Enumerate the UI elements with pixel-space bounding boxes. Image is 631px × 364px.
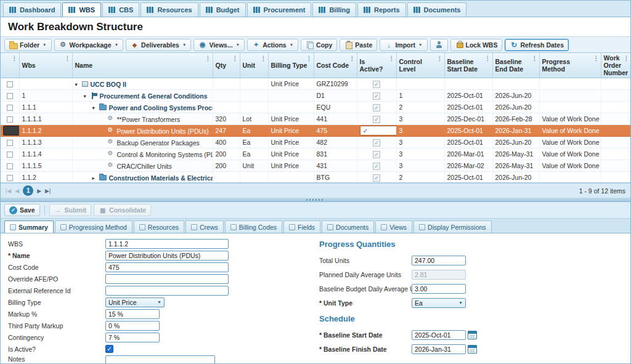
column-menu-icon[interactable]: ⋮ — [437, 55, 443, 62]
column-header-name[interactable]: Name⋮ — [72, 53, 213, 78]
deliverables-button[interactable]: Deliverables▼ — [126, 39, 191, 51]
wbs-row[interactable]: 1.1.1.4Control & Monitoring Systems (PLC… — [1, 148, 630, 160]
is-active-checkbox[interactable]: ✓ — [373, 92, 380, 100]
detail-tab-crews[interactable]: Crews — [185, 220, 224, 233]
expander-icon[interactable]: ▾ — [92, 105, 99, 111]
column-menu-icon[interactable]: ⋮ — [389, 55, 395, 62]
paste-button[interactable]: Paste — [340, 39, 377, 51]
detail-tab-progressing-method[interactable]: Progressing Method — [55, 220, 132, 233]
wbs-row[interactable]: 1▾Procurement & General ConditionsD1✓120… — [1, 90, 630, 102]
field-total-units-input[interactable] — [412, 256, 466, 265]
field-unit-type-select[interactable]: Ea▼ — [412, 298, 466, 308]
wbs-row[interactable]: 1.1.1.5CRAC/Chiller Units200UnitUnit Pri… — [1, 160, 630, 172]
lock-wbs-button[interactable]: Lock WBS — [450, 39, 503, 51]
column-menu-icon[interactable]: ⋮ — [593, 55, 600, 62]
views-button[interactable]: Views...▼ — [193, 39, 245, 51]
field-wbs-input[interactable] — [105, 239, 229, 249]
last-page-button[interactable]: ▶| — [45, 188, 51, 194]
tab-cbs[interactable]: CBS — [102, 2, 139, 17]
field-planned-daily-average-units-input[interactable] — [412, 270, 466, 280]
wbs-row[interactable]: 1.1.1.3Backup Generator Packages400EaUni… — [1, 137, 630, 148]
column-header-work-order-number[interactable]: Work Order Number⋮ — [601, 53, 630, 78]
field-cost-code-input[interactable] — [105, 262, 229, 272]
column-header-control-level[interactable]: Control Level⋮ — [396, 53, 444, 78]
row-checkbox[interactable] — [7, 175, 13, 181]
column-header-cost-code[interactable]: Cost Code⋮ — [314, 53, 357, 78]
field-baseline-start-date-input[interactable] — [412, 330, 466, 340]
column-header-wbs[interactable]: Wbs⋮ — [19, 53, 72, 78]
detail-tab-billing-codes[interactable]: Billing Codes — [225, 220, 282, 233]
tab-documents[interactable]: Documents — [407, 2, 467, 17]
refresh-dates-button[interactable]: Refresh Dates — [505, 39, 569, 51]
actions-button[interactable]: Actions▼ — [247, 39, 298, 51]
column-menu-icon[interactable]: ⋮ — [532, 55, 538, 62]
column-menu-icon[interactable]: ⋮ — [349, 55, 356, 62]
tab-billing[interactable]: Billing — [312, 2, 356, 17]
column-header-progress-method[interactable]: Progress Method⋮ — [539, 53, 601, 78]
is-active-checkbox[interactable]: ✓ — [373, 151, 380, 158]
detail-tab-summary[interactable]: Summary — [4, 220, 54, 233]
field-third-party-markup-input[interactable] — [105, 321, 160, 331]
wbs-row[interactable]: 1.1.1▾Power and Cooling Systems Procurem… — [1, 102, 630, 113]
column-menu-icon[interactable]: ⋮ — [261, 55, 267, 62]
tab-procurement[interactable]: Procurement — [247, 2, 312, 17]
column-header-baseline-end-date[interactable]: Baseline End Date⋮ — [492, 53, 539, 78]
column-header-unit[interactable]: Unit⋮ — [240, 53, 268, 78]
detail-tab-fields[interactable]: Fields — [283, 220, 320, 233]
column-menu-icon[interactable]: ⋮ — [12, 55, 18, 62]
field-notes-textarea[interactable] — [105, 355, 215, 363]
field-markup-input[interactable] — [105, 309, 160, 319]
field-is-active-checkbox[interactable]: ✓ — [105, 345, 113, 353]
field-override-afe-po-input[interactable] — [105, 274, 229, 284]
tab-dashboard[interactable]: Dashboard — [3, 2, 61, 17]
person-button[interactable] — [430, 39, 448, 51]
is-active-checkbox[interactable]: ✓ — [373, 139, 380, 147]
next-page-button[interactable]: ▶ — [37, 188, 41, 194]
detail-tab-display-permissions[interactable]: Display Permissions — [413, 220, 492, 233]
splitter-handle[interactable] — [1, 198, 630, 202]
is-active-checkbox[interactable]: ✓ — [373, 104, 380, 111]
import-button[interactable]: Import▼ — [380, 39, 427, 51]
folder-button[interactable]: Folder▼ — [4, 39, 52, 51]
field-external-reference-id-input[interactable] — [105, 286, 229, 296]
first-page-button[interactable]: |◀ — [6, 188, 11, 194]
expander-icon[interactable]: ▾ — [75, 81, 82, 87]
select-all-header[interactable]: ⋮ — [1, 53, 19, 78]
tab-budget[interactable]: Budget — [200, 2, 246, 17]
tab-resources[interactable]: Resources — [140, 2, 198, 17]
prev-page-button[interactable]: ◀ — [15, 188, 19, 194]
detail-tab-views[interactable]: Views — [375, 220, 412, 233]
expander-icon[interactable]: ▸ — [92, 175, 99, 181]
column-header-qty[interactable]: Qty⋮ — [213, 53, 240, 78]
wbs-row[interactable]: 1.1.2▸Construction Materials & Electrica… — [1, 172, 630, 183]
field-name-input[interactable] — [105, 251, 229, 261]
row-checkbox[interactable] — [7, 163, 13, 169]
row-checkbox[interactable] — [7, 93, 13, 99]
is-active-checkbox[interactable]: ✓ — [373, 81, 380, 88]
column-menu-icon[interactable]: ⋮ — [232, 55, 238, 62]
field-billing-type-select[interactable]: Unit Price▼ — [105, 297, 165, 307]
is-active-checkbox[interactable]: ✓ — [373, 174, 380, 182]
column-header-billing-type[interactable]: Billing Type⋮ — [268, 53, 314, 78]
field-contingency-input[interactable] — [105, 333, 160, 342]
current-page-badge[interactable]: 1 — [23, 185, 33, 196]
is-active-checkbox[interactable]: ✓ — [360, 126, 397, 135]
tab-wbs[interactable]: WBS — [62, 2, 101, 17]
copy-button[interactable]: Copy — [301, 39, 337, 51]
column-menu-icon[interactable]: ⋮ — [485, 55, 491, 62]
wbs-row[interactable]: 1.1.1.2Power Distribution Units (PDUs)24… — [1, 125, 630, 137]
row-checkbox[interactable] — [7, 105, 13, 111]
calendar-icon[interactable] — [468, 331, 477, 339]
row-checkbox[interactable] — [7, 140, 13, 146]
column-menu-icon[interactable]: ⋮ — [624, 55, 630, 62]
column-menu-icon[interactable]: ⋮ — [65, 55, 71, 62]
is-active-checkbox[interactable]: ✓ — [373, 163, 380, 170]
field-baseline-finish-date-input[interactable] — [412, 344, 466, 354]
row-checkbox[interactable] — [3, 126, 19, 135]
calendar-icon[interactable] — [468, 345, 477, 354]
column-menu-icon[interactable]: ⋮ — [306, 55, 312, 62]
wbs-row[interactable]: ▾UCC BOQ IIUnit PriceGRZ10299✓ — [1, 78, 630, 90]
save-button[interactable]: Save — [4, 204, 40, 216]
column-header-is-active[interactable]: Is Active?⋮ — [357, 53, 396, 78]
detail-tab-resources[interactable]: Resources — [134, 220, 184, 233]
